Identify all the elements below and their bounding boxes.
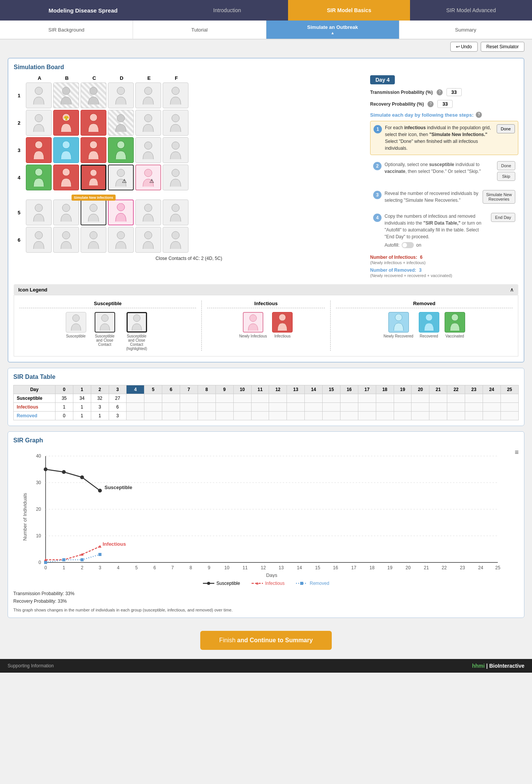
col-label-d: D	[108, 75, 135, 81]
cell-1d[interactable]	[108, 82, 134, 108]
cell-2d[interactable]	[108, 110, 134, 136]
infectious-count-label: Number of Infectious:	[370, 255, 417, 260]
svg-text:21: 21	[424, 565, 429, 570]
step-2-done-button[interactable]: Done	[497, 161, 515, 170]
cell-2b[interactable]: 😤	[53, 110, 79, 136]
cell-5a[interactable]	[26, 200, 52, 225]
day-1: 1	[73, 385, 91, 394]
reset-simulator-button[interactable]: Reset Simulator	[481, 42, 524, 52]
svg-text:8: 8	[190, 565, 192, 570]
cell-1c[interactable]	[81, 82, 106, 108]
cell-6f[interactable]	[163, 227, 188, 253]
svg-point-29	[90, 204, 97, 212]
undo-button[interactable]: ↩ Undo	[450, 42, 478, 52]
cell-3e[interactable]	[135, 137, 161, 163]
cell-6e[interactable]	[135, 227, 161, 253]
cell-4e[interactable]: ⚠	[135, 165, 161, 190]
svg-text:⚠: ⚠	[122, 178, 127, 184]
end-day-button[interactable]: End Day	[491, 213, 515, 222]
nav-item-sir-advanced[interactable]: SIR Model Advanced	[410, 0, 532, 21]
cell-2e[interactable]	[135, 110, 161, 136]
cell-3c[interactable]	[81, 137, 106, 163]
svg-point-46	[451, 314, 458, 321]
legend-item-newly-infectious: Newly Infectious	[239, 312, 267, 338]
col-label-f: F	[163, 75, 190, 81]
cell-6c[interactable]	[81, 227, 106, 253]
cell-2a[interactable]	[26, 110, 52, 136]
finish-button[interactable]: Finish and Continue to Summary	[200, 631, 332, 650]
cell-1b[interactable]	[53, 82, 79, 108]
cell-6a[interactable]	[26, 227, 52, 253]
legend-susceptible: Susceptible	[203, 581, 240, 586]
table-row-removed: Removed 0 1 1 3	[14, 412, 519, 420]
cell-6d[interactable]	[108, 227, 134, 253]
cell-1f[interactable]	[163, 82, 188, 108]
sub-nav-simulate-outbreak[interactable]: Simulate an Outbreak ▲	[266, 21, 399, 39]
footer-supporting-info: Supporting Information	[8, 663, 54, 668]
simulation-board: Simulation Board A B C D E F 1	[8, 58, 524, 363]
svg-text:10: 10	[224, 565, 230, 570]
svg-text:13: 13	[279, 565, 284, 570]
grid-row-1: 1	[14, 82, 364, 108]
step-2-text: Optionally, select one susceptible indiv…	[385, 161, 494, 181]
cell-3d[interactable]	[108, 137, 134, 163]
day-20: 20	[412, 385, 429, 394]
day-0: 0	[55, 385, 73, 394]
active-indicator: ▲	[331, 31, 334, 35]
cell-4a[interactable]	[26, 165, 52, 190]
step-1-done-button[interactable]: Done	[497, 124, 515, 133]
cell-5e[interactable]	[135, 200, 161, 225]
cell-3f[interactable]	[163, 137, 188, 163]
cell-4d[interactable]: ⚠	[108, 165, 134, 190]
cell-1e[interactable]	[135, 82, 161, 108]
cell-5f[interactable]	[163, 200, 188, 225]
legend-infectious-title: Infectious	[207, 301, 325, 308]
svg-text:19: 19	[387, 565, 393, 570]
cell-6b[interactable]	[53, 227, 79, 253]
steps-help[interactable]: ?	[476, 112, 482, 118]
svg-text:3: 3	[99, 565, 101, 570]
cell-4f[interactable]	[163, 165, 188, 190]
graph-menu-icon[interactable]: ≡	[515, 448, 519, 456]
simulate-recoveries-button[interactable]: Simulate NewRecoveries	[483, 190, 515, 204]
svg-text:1: 1	[63, 565, 65, 570]
cell-2f[interactable]	[163, 110, 188, 136]
cell-4c[interactable]: Simulate New Infections	[81, 165, 106, 190]
svg-text:0: 0	[44, 565, 47, 570]
cell-5b[interactable]	[53, 200, 79, 225]
svg-text:12: 12	[261, 565, 266, 570]
cell-3b[interactable]	[53, 137, 79, 163]
footer-brand: hhmi | BioInteractive	[472, 663, 524, 669]
svg-text:40: 40	[36, 453, 41, 459]
svg-text:4: 4	[117, 565, 120, 570]
nav-item-introduction[interactable]: Introduction	[166, 0, 288, 21]
sub-nav-tutorial[interactable]: Tutorial	[133, 21, 266, 39]
legend-infectious-section: Infectious Newly Infectious Infectious	[207, 301, 325, 351]
sub-nav-summary[interactable]: Summary	[399, 21, 532, 39]
cell-5c[interactable]	[81, 200, 106, 225]
sub-nav-sir-background[interactable]: SIR Background	[0, 21, 133, 39]
svg-point-33	[35, 231, 43, 239]
icon-legend-header[interactable]: Icon Legend ∧	[14, 284, 518, 295]
cell-1a[interactable]	[26, 82, 52, 108]
step-2-skip-button[interactable]: Skip	[497, 172, 515, 181]
removed-count-label: Number of Removed:	[370, 268, 416, 273]
day-14: 14	[305, 385, 323, 394]
svg-point-11	[144, 114, 152, 122]
cell-5d[interactable]	[108, 200, 134, 225]
cell-2c[interactable]	[81, 110, 106, 136]
grid-row-4: 4 Simulate New Infections	[14, 165, 364, 190]
grid-area: A B C D E F 1	[14, 75, 364, 280]
autofill-toggle[interactable]	[402, 242, 414, 248]
cell-4b[interactable]	[53, 165, 79, 190]
sir-data-table-section: SIR Data Table Day 0 1 2 3 4 5 6 7 8	[8, 368, 524, 426]
nav-item-sir-basics[interactable]: SIR Model Basics	[288, 0, 410, 21]
autofill-row: Autofill: on	[385, 242, 488, 249]
graph-container: ≡ Number of Individuals 40	[13, 448, 519, 612]
recovery-help[interactable]: ?	[428, 101, 434, 107]
cell-3a[interactable]	[26, 137, 52, 163]
transmission-help[interactable]: ?	[437, 89, 443, 95]
svg-text:6: 6	[154, 565, 156, 570]
svg-point-35	[90, 231, 97, 239]
transmission-label: Transmission Probability (%)	[370, 90, 433, 95]
